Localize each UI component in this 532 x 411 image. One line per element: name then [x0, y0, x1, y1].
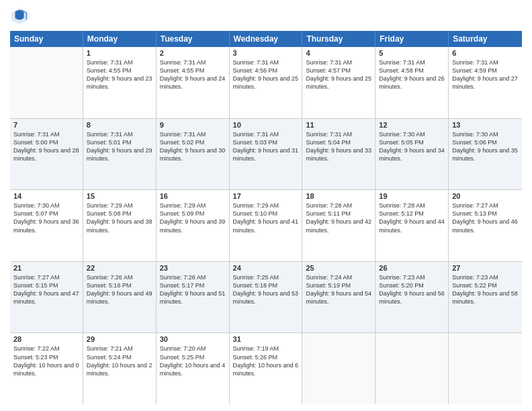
- cell-info: Sunrise: 7:27 AMSunset: 5:15 PMDaylight:…: [13, 273, 79, 306]
- cell-info: Sunrise: 7:29 AMSunset: 5:09 PMDaylight:…: [160, 201, 226, 234]
- day-number: 4: [306, 49, 371, 57]
- day-cell-28: 28Sunrise: 7:22 AMSunset: 5:23 PMDayligh…: [10, 333, 83, 404]
- day-number: 27: [452, 264, 519, 272]
- day-number: 13: [452, 121, 519, 129]
- logo-icon: [10, 7, 29, 26]
- day-number: 2: [160, 49, 226, 57]
- cell-info: Sunrise: 7:27 AMSunset: 5:13 PMDaylight:…: [452, 201, 519, 234]
- day-number: 9: [160, 121, 226, 129]
- day-number: 3: [233, 49, 299, 57]
- week-row-3: 14Sunrise: 7:30 AMSunset: 5:07 PMDayligh…: [10, 190, 522, 262]
- day-number: 16: [160, 192, 226, 200]
- day-number: 17: [233, 192, 299, 200]
- day-cell-30: 30Sunrise: 7:20 AMSunset: 5:25 PMDayligh…: [157, 333, 230, 404]
- logo: [10, 7, 32, 26]
- cell-info: Sunrise: 7:20 AMSunset: 5:25 PMDaylight:…: [160, 345, 226, 377]
- week-row-4: 21Sunrise: 7:27 AMSunset: 5:15 PMDayligh…: [10, 262, 522, 334]
- day-cell-22: 22Sunrise: 7:26 AMSunset: 5:16 PMDayligh…: [83, 262, 157, 333]
- cell-info: Sunrise: 7:30 AMSunset: 5:06 PMDaylight:…: [452, 130, 519, 163]
- cell-info: Sunrise: 7:31 AMSunset: 4:55 PMDaylight:…: [87, 58, 152, 91]
- day-cell-29: 29Sunrise: 7:21 AMSunset: 5:24 PMDayligh…: [83, 333, 157, 404]
- day-cell-1: 1Sunrise: 7:31 AMSunset: 4:55 PMDaylight…: [83, 47, 157, 118]
- day-cell-10: 10Sunrise: 7:31 AMSunset: 5:03 PMDayligh…: [230, 119, 303, 190]
- cell-info: Sunrise: 7:29 AMSunset: 5:10 PMDaylight:…: [233, 201, 299, 234]
- day-header-saturday: Saturday: [449, 31, 522, 47]
- cell-info: Sunrise: 7:30 AMSunset: 5:07 PMDaylight:…: [13, 201, 79, 234]
- cell-info: Sunrise: 7:28 AMSunset: 5:12 PMDaylight:…: [379, 201, 445, 234]
- page: SundayMondayTuesdayWednesdayThursdayFrid…: [0, 0, 532, 411]
- day-cell-12: 12Sunrise: 7:30 AMSunset: 5:05 PMDayligh…: [375, 119, 449, 190]
- day-cell-25: 25Sunrise: 7:24 AMSunset: 5:19 PMDayligh…: [302, 262, 375, 333]
- day-number: 22: [87, 264, 152, 272]
- week-row-5: 28Sunrise: 7:22 AMSunset: 5:23 PMDayligh…: [10, 333, 522, 404]
- day-cell-16: 16Sunrise: 7:29 AMSunset: 5:09 PMDayligh…: [157, 190, 230, 261]
- header: [10, 7, 522, 26]
- cell-info: Sunrise: 7:21 AMSunset: 5:24 PMDaylight:…: [87, 345, 152, 377]
- day-cell-2: 2Sunrise: 7:31 AMSunset: 4:55 PMDaylight…: [157, 47, 230, 118]
- empty-cell: [449, 333, 522, 404]
- cell-info: Sunrise: 7:19 AMSunset: 5:26 PMDaylight:…: [233, 345, 299, 377]
- day-number: 14: [13, 192, 79, 200]
- day-number: 8: [87, 121, 152, 129]
- empty-cell: [302, 333, 375, 404]
- day-cell-20: 20Sunrise: 7:27 AMSunset: 5:13 PMDayligh…: [449, 190, 522, 261]
- cell-info: Sunrise: 7:31 AMSunset: 4:56 PMDaylight:…: [233, 58, 299, 91]
- day-number: 25: [306, 264, 371, 272]
- day-cell-11: 11Sunrise: 7:31 AMSunset: 5:04 PMDayligh…: [302, 119, 375, 190]
- cell-info: Sunrise: 7:29 AMSunset: 5:08 PMDaylight:…: [87, 201, 152, 234]
- day-number: 24: [233, 264, 299, 272]
- day-number: 7: [13, 121, 79, 129]
- calendar: SundayMondayTuesdayWednesdayThursdayFrid…: [10, 31, 522, 404]
- day-number: 20: [452, 192, 519, 200]
- day-cell-7: 7Sunrise: 7:31 AMSunset: 5:00 PMDaylight…: [10, 119, 83, 190]
- day-cell-6: 6Sunrise: 7:31 AMSunset: 4:59 PMDaylight…: [449, 47, 522, 118]
- cell-info: Sunrise: 7:28 AMSunset: 5:11 PMDaylight:…: [306, 201, 371, 234]
- day-cell-23: 23Sunrise: 7:26 AMSunset: 5:17 PMDayligh…: [157, 262, 230, 333]
- day-cell-26: 26Sunrise: 7:23 AMSunset: 5:20 PMDayligh…: [375, 262, 449, 333]
- day-number: 28: [13, 335, 79, 343]
- cell-info: Sunrise: 7:31 AMSunset: 5:01 PMDaylight:…: [87, 130, 152, 163]
- week-row-1: 1Sunrise: 7:31 AMSunset: 4:55 PMDaylight…: [10, 47, 522, 119]
- day-cell-14: 14Sunrise: 7:30 AMSunset: 5:07 PMDayligh…: [10, 190, 83, 261]
- cell-info: Sunrise: 7:23 AMSunset: 5:22 PMDaylight:…: [452, 273, 519, 306]
- day-cell-27: 27Sunrise: 7:23 AMSunset: 5:22 PMDayligh…: [449, 262, 522, 333]
- day-header-wednesday: Wednesday: [230, 31, 303, 47]
- calendar-header: SundayMondayTuesdayWednesdayThursdayFrid…: [10, 31, 522, 47]
- day-number: 1: [87, 49, 152, 57]
- day-number: 26: [379, 264, 445, 272]
- cell-info: Sunrise: 7:24 AMSunset: 5:19 PMDaylight:…: [306, 273, 371, 306]
- empty-cell: [375, 333, 449, 404]
- day-number: 11: [306, 121, 371, 129]
- day-header-tuesday: Tuesday: [157, 31, 230, 47]
- empty-cell: [10, 47, 83, 118]
- cell-info: Sunrise: 7:25 AMSunset: 5:18 PMDaylight:…: [233, 273, 299, 306]
- cell-info: Sunrise: 7:31 AMSunset: 5:04 PMDaylight:…: [306, 130, 371, 163]
- day-header-friday: Friday: [375, 31, 449, 47]
- day-cell-3: 3Sunrise: 7:31 AMSunset: 4:56 PMDaylight…: [230, 47, 303, 118]
- day-number: 21: [13, 264, 79, 272]
- day-cell-17: 17Sunrise: 7:29 AMSunset: 5:10 PMDayligh…: [230, 190, 303, 261]
- day-cell-5: 5Sunrise: 7:31 AMSunset: 4:58 PMDaylight…: [375, 47, 449, 118]
- day-cell-15: 15Sunrise: 7:29 AMSunset: 5:08 PMDayligh…: [83, 190, 157, 261]
- day-header-thursday: Thursday: [302, 31, 375, 47]
- day-number: 18: [306, 192, 371, 200]
- day-number: 10: [233, 121, 299, 129]
- day-cell-19: 19Sunrise: 7:28 AMSunset: 5:12 PMDayligh…: [375, 190, 449, 261]
- day-number: 23: [160, 264, 226, 272]
- day-number: 12: [379, 121, 445, 129]
- week-row-2: 7Sunrise: 7:31 AMSunset: 5:00 PMDaylight…: [10, 119, 522, 191]
- cell-info: Sunrise: 7:22 AMSunset: 5:23 PMDaylight:…: [13, 345, 79, 377]
- cell-info: Sunrise: 7:31 AMSunset: 4:57 PMDaylight:…: [306, 58, 371, 91]
- cell-info: Sunrise: 7:26 AMSunset: 5:16 PMDaylight:…: [87, 273, 152, 306]
- day-cell-24: 24Sunrise: 7:25 AMSunset: 5:18 PMDayligh…: [230, 262, 303, 333]
- cell-info: Sunrise: 7:31 AMSunset: 4:59 PMDaylight:…: [452, 58, 519, 91]
- day-cell-4: 4Sunrise: 7:31 AMSunset: 4:57 PMDaylight…: [302, 47, 375, 118]
- day-number: 31: [233, 335, 299, 343]
- cell-info: Sunrise: 7:26 AMSunset: 5:17 PMDaylight:…: [160, 273, 226, 306]
- day-number: 15: [87, 192, 152, 200]
- day-header-sunday: Sunday: [10, 31, 83, 47]
- day-number: 29: [87, 335, 152, 343]
- cell-info: Sunrise: 7:23 AMSunset: 5:20 PMDaylight:…: [379, 273, 445, 306]
- cell-info: Sunrise: 7:31 AMSunset: 5:02 PMDaylight:…: [160, 130, 226, 163]
- day-number: 5: [379, 49, 445, 57]
